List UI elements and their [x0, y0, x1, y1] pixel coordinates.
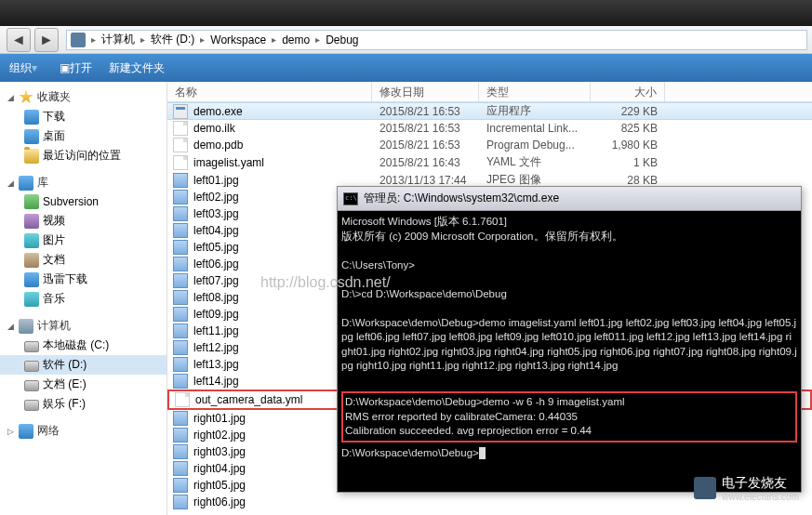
back-button[interactable]: ◄: [7, 28, 31, 52]
console-output[interactable]: Microsoft Windows [版本 6.1.7601]版权所有 (c) …: [338, 211, 801, 464]
chevron-right-icon: ▸: [272, 34, 276, 45]
jpg-icon: [173, 273, 188, 288]
file-name: right02.jpg: [193, 429, 246, 442]
file-name: imagelist.yaml: [193, 156, 264, 169]
file-date: 2013/11/13 17:44: [372, 174, 479, 187]
file-name: left02.jpg: [193, 191, 239, 204]
jpg-icon: [173, 173, 188, 188]
file-name: right04.jpg: [193, 462, 246, 475]
sidebar-recent[interactable]: 最近访问的位置: [0, 146, 166, 165]
file-name: left11.jpg: [193, 324, 239, 337]
file-name: left09.jpg: [193, 308, 239, 321]
file-name: left13.jpg: [193, 358, 239, 371]
file-name: out_camera_data.yml: [195, 393, 302, 406]
crumb-drive-d[interactable]: 软件 (D:): [149, 32, 196, 47]
jpg-icon: [173, 240, 188, 255]
sidebar-video[interactable]: 视频: [0, 211, 166, 231]
file-name: left07.jpg: [193, 274, 239, 287]
console-titlebar[interactable]: 管理员: C:\Windows\system32\cmd.exe: [338, 187, 801, 211]
console-title-text: 管理员: C:\Windows\system32\cmd.exe: [364, 191, 559, 206]
sidebar-pictures[interactable]: 图片: [0, 231, 166, 250]
sidebar-music[interactable]: 音乐: [0, 289, 166, 309]
crumb-demo[interactable]: demo: [280, 33, 312, 46]
file-date: 2015/8/21 16:43: [372, 156, 479, 169]
file-name: left14.jpg: [193, 375, 239, 388]
sidebar-desktop[interactable]: 桌面: [0, 126, 166, 146]
download-icon: [24, 110, 39, 125]
breadcrumb[interactable]: ▸ 计算机 ▸ 软件 (D:) ▸ Workspace ▸ demo ▸ Deb…: [66, 30, 807, 50]
file-name: right05.jpg: [193, 479, 246, 492]
crumb-debug[interactable]: Debug: [324, 33, 360, 46]
file-name: right06.jpg: [193, 495, 246, 508]
file-name: right01.jpg: [193, 412, 246, 425]
exe-icon: [173, 104, 188, 119]
sidebar-thunder[interactable]: 迅雷下载: [0, 270, 166, 289]
star-icon: [19, 90, 33, 105]
navigation-bar: ◄ ► ▸ 计算机 ▸ 软件 (D:) ▸ Workspace ▸ demo ▸…: [0, 26, 812, 54]
drive-icon: [24, 341, 39, 352]
file-size: 1 KB: [591, 156, 665, 169]
sidebar-subversion[interactable]: Subversion: [0, 192, 166, 211]
chevron-right-icon: ▸: [91, 34, 96, 45]
file-row[interactable]: demo.ilk2015/8/21 16:53Incremental Link.…: [167, 120, 812, 137]
sidebar-drive-f[interactable]: 娱乐 (F:): [0, 394, 166, 414]
crumb-computer[interactable]: 计算机: [100, 32, 137, 47]
file-icon: [175, 392, 190, 407]
organize-menu[interactable]: 组织 ▾: [9, 60, 43, 76]
file-date: 2015/8/21 16:53: [372, 122, 479, 135]
column-type[interactable]: 类型: [479, 82, 591, 101]
column-date[interactable]: 修改日期: [372, 82, 479, 101]
open-button[interactable]: ▣ 打开: [60, 60, 92, 76]
jpg-icon: [173, 257, 188, 271]
file-name: demo.pdb: [193, 139, 243, 152]
thunder-icon: [24, 272, 39, 287]
sidebar-drive-c[interactable]: 本地磁盘 (C:): [0, 336, 166, 355]
jpg-icon: [173, 340, 188, 355]
file-icon: [173, 155, 188, 170]
sidebar-documents[interactable]: 文档: [0, 250, 166, 270]
jpg-icon: [173, 495, 188, 509]
file-row[interactable]: imagelist.yaml2015/8/21 16:43YAML 文件1 KB: [167, 153, 812, 171]
file-name: left06.jpg: [193, 258, 239, 271]
watermark-url: http://blog.csdn.net/: [260, 274, 391, 291]
file-name: demo.ilk: [193, 122, 235, 135]
column-size[interactable]: 大小: [591, 82, 665, 101]
jpg-icon: [173, 190, 188, 205]
console-highlight-box: D:\Workspace\demo\Debug>demo -w 6 -h 9 i…: [341, 391, 797, 442]
crumb-workspace[interactable]: Workspace: [208, 33, 268, 46]
sidebar-favorites[interactable]: ◢收藏夹: [0, 87, 166, 107]
file-size: 825 KB: [591, 122, 665, 135]
file-name: left05.jpg: [193, 241, 239, 254]
collapse-icon: ◢: [7, 93, 17, 102]
chevron-right-icon: ▸: [200, 34, 205, 45]
file-name: left12.jpg: [193, 341, 239, 354]
sidebar-downloads[interactable]: 下载: [0, 107, 166, 126]
window-titlebar: [0, 0, 812, 26]
file-name: left08.jpg: [193, 291, 239, 304]
sidebar-computer[interactable]: ◢计算机: [0, 316, 166, 336]
column-name[interactable]: 名称: [167, 82, 372, 101]
file-name: left04.jpg: [193, 224, 239, 237]
file-row[interactable]: demo.exe2015/8/21 16:53应用程序229 KB: [167, 102, 812, 120]
file-name: left03.jpg: [193, 207, 239, 220]
jpg-icon: [173, 307, 188, 322]
file-icon: [173, 138, 188, 152]
sidebar-drive-e[interactable]: 文档 (E:): [0, 375, 166, 394]
drive-icon: [24, 361, 39, 372]
file-row[interactable]: demo.pdb2015/8/21 16:53Program Debug...1…: [167, 137, 812, 153]
file-type: 应用程序: [479, 103, 591, 119]
jpg-icon: [173, 374, 188, 389]
collapse-icon: ◢: [7, 178, 17, 188]
console-window[interactable]: 管理员: C:\Windows\system32\cmd.exe Microso…: [337, 186, 802, 493]
forward-button[interactable]: ►: [34, 28, 59, 52]
toolbar: 组织 ▾ ▣ 打开 新建文件夹: [0, 54, 812, 82]
new-folder-button[interactable]: 新建文件夹: [109, 60, 165, 76]
sidebar-library[interactable]: ◢库: [0, 173, 166, 192]
jpg-icon: [173, 411, 188, 426]
sidebar-network[interactable]: ▷网络: [0, 421, 166, 441]
jpg-icon: [173, 478, 188, 493]
cursor-icon: [479, 447, 486, 459]
file-type: Program Debug...: [479, 139, 591, 152]
sidebar-drive-d[interactable]: 软件 (D:): [0, 355, 166, 375]
file-name: right03.jpg: [193, 445, 246, 458]
